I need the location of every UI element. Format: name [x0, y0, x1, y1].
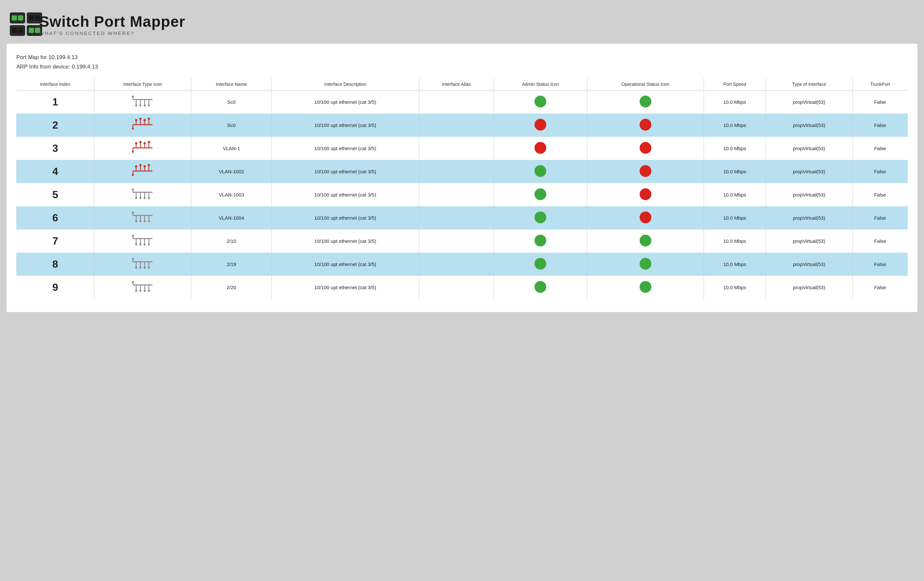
svg-point-17 — [139, 117, 142, 120]
cell-trunk: False — [853, 137, 908, 160]
svg-point-85 — [148, 267, 150, 268]
cell-port-speed: 10.0 Mbps — [704, 114, 766, 137]
svg-point-62 — [144, 221, 145, 222]
cell-admin-status — [494, 276, 587, 299]
svg-point-43 — [132, 174, 134, 176]
svg-point-82 — [135, 267, 137, 268]
port-map-line2: ARP Info from device: 0.199.4.13 — [16, 63, 908, 72]
svg-point-49 — [135, 197, 137, 199]
cell-name: 2/10 — [191, 229, 272, 253]
cell-description: 10/100 upt ethernet (cat 3/5) — [272, 229, 419, 253]
cell-alias — [419, 183, 494, 206]
table-row: 8 2/19 10/100 upt ethernet (cat 3/5) 10.… — [16, 253, 908, 276]
cell-trunk: False — [853, 90, 908, 114]
svg-point-6 — [139, 104, 141, 106]
cell-name: 2/19 — [191, 253, 272, 276]
table-row: 6 VLAN-1004 10/100 upt ethernet (cat 3/5… — [16, 206, 908, 229]
cell-type-icon — [94, 183, 191, 206]
cell-port-speed: 10.0 Mbps — [704, 229, 766, 253]
cell-type-icon — [94, 276, 191, 299]
cell-description: 10/100 upt ethernet (cat 3/5) — [272, 276, 419, 299]
svg-point-39 — [139, 164, 142, 166]
table-row: 4 VLAN-1002 10/100 upt ethernet (cat 3/5… — [16, 160, 908, 183]
cell-trunk: False — [853, 253, 908, 276]
cell-type-icon — [94, 160, 191, 183]
cell-type-iface: propVirtual(53) — [766, 253, 852, 276]
cell-trunk: False — [853, 160, 908, 183]
op-status-icon — [640, 281, 652, 293]
op-status-icon — [640, 258, 652, 270]
col-header-type-icon: Interface Type Icon — [94, 78, 191, 91]
cell-port-speed: 10.0 Mbps — [704, 206, 766, 229]
cell-index: 8 — [16, 253, 94, 276]
cell-type-iface: propVirtual(53) — [766, 137, 852, 160]
cell-alias — [419, 229, 494, 253]
app-subtitle: WHAT'S CONNECTED WHERE? — [39, 30, 185, 36]
cell-type-icon — [94, 114, 191, 137]
svg-point-76 — [132, 235, 134, 237]
main-panel: Port Map for 10.199.4.13 ARP Info from d… — [7, 44, 917, 312]
cell-op-status — [587, 253, 704, 276]
cell-description: 10/100 upt ethernet (cat 3/5) — [272, 137, 419, 160]
cell-trunk: False — [853, 206, 908, 229]
admin-status-icon — [535, 188, 546, 200]
svg-point-5 — [135, 104, 137, 106]
app-header: Switch Port Mapper WHAT'S CONNECTED WHER… — [7, 7, 917, 41]
admin-status-icon — [535, 142, 546, 154]
op-status-icon — [640, 212, 652, 223]
col-header-name: Interface Name — [191, 78, 272, 91]
cell-alias — [419, 137, 494, 160]
port-map-info: Port Map for 10.199.4.13 ARP Info from d… — [16, 53, 908, 72]
cell-trunk: False — [853, 276, 908, 299]
table-row: 7 2/10 10/100 upt ethernet (cat 3/5) 10.… — [16, 229, 908, 253]
cell-type-iface: propVirtual(53) — [766, 114, 852, 137]
col-header-description: Interface Description — [272, 78, 419, 91]
col-header-index: Interface Index — [16, 78, 94, 91]
svg-point-28 — [139, 141, 142, 143]
cell-op-status — [587, 114, 704, 137]
cell-alias — [419, 253, 494, 276]
cell-type-iface: propVirtual(53) — [766, 229, 852, 253]
cell-type-iface: propVirtual(53) — [766, 160, 852, 183]
table-header-row: Interface Index Interface Type Icon Inte… — [16, 78, 908, 91]
cell-trunk: False — [853, 183, 908, 206]
cell-alias — [419, 160, 494, 183]
header-text: Switch Port Mapper WHAT'S CONNECTED WHER… — [39, 13, 185, 36]
cell-description: 10/100 upt ethernet (cat 3/5) — [272, 90, 419, 114]
cell-name: VLAN-1003 — [191, 183, 272, 206]
col-header-type-iface: Type of Interface — [766, 78, 852, 91]
op-status-icon — [640, 95, 652, 107]
svg-point-96 — [148, 290, 150, 292]
cell-port-speed: 10.0 Mbps — [704, 183, 766, 206]
op-status-icon — [640, 119, 652, 130]
svg-point-60 — [135, 221, 137, 222]
svg-point-16 — [135, 119, 137, 121]
op-status-icon — [640, 235, 652, 247]
svg-point-27 — [135, 142, 137, 144]
cell-port-speed: 10.0 Mbps — [704, 137, 766, 160]
svg-point-38 — [135, 165, 137, 168]
cell-name: VLAN-1004 — [191, 206, 272, 229]
svg-point-40 — [144, 165, 146, 168]
cell-alias — [419, 90, 494, 114]
cell-admin-status — [494, 137, 587, 160]
cell-type-icon — [94, 90, 191, 114]
cell-name: Sc0 — [191, 90, 272, 114]
svg-point-95 — [144, 290, 145, 292]
cell-name: VLAN-1 — [191, 137, 272, 160]
cell-index: 7 — [16, 229, 94, 253]
app-title: Switch Port Mapper — [39, 13, 185, 30]
svg-point-21 — [132, 128, 134, 130]
svg-point-19 — [148, 117, 150, 120]
cell-description: 10/100 upt ethernet (cat 3/5) — [272, 206, 419, 229]
admin-status-icon — [535, 258, 546, 270]
cell-trunk: False — [853, 229, 908, 253]
cell-port-speed: 10.0 Mbps — [704, 276, 766, 299]
cell-op-status — [587, 229, 704, 253]
table-row: 3 VLAN-1 10/100 upt ethernet (cat 3/5) 1… — [16, 137, 908, 160]
cell-description: 10/100 upt ethernet (cat 3/5) — [272, 160, 419, 183]
cell-index: 5 — [16, 183, 94, 206]
col-header-alias: Interface Alias — [419, 78, 494, 91]
col-header-op-status: Operational Status Icon — [587, 78, 704, 91]
svg-point-94 — [139, 290, 141, 292]
